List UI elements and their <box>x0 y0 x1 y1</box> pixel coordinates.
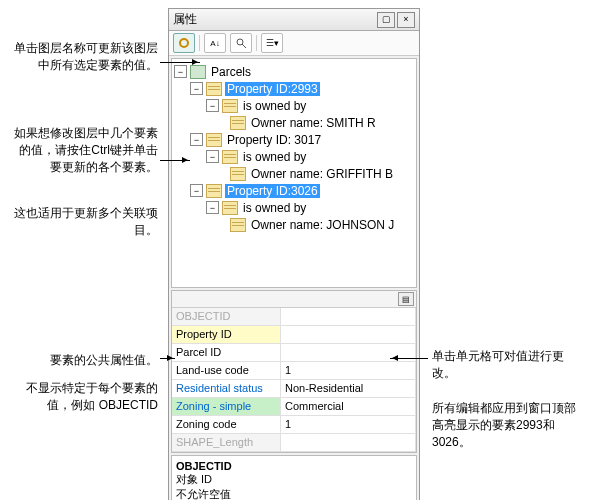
arrow-icon <box>160 62 200 63</box>
grid-row[interactable]: Property ID <box>172 326 416 344</box>
desc-heading: OBJECTID <box>176 460 412 472</box>
field-value-cell[interactable]: 1 <box>281 416 416 433</box>
relation-icon <box>222 99 238 113</box>
field-value-cell[interactable]: Commercial <box>281 398 416 415</box>
collapse-icon[interactable]: − <box>206 150 219 163</box>
field-value-cell[interactable]: Non-Residential <box>281 380 416 397</box>
attribute-grid: ▤ OBJECTIDProperty IDParcel IDLand-use c… <box>171 290 417 453</box>
collapse-icon[interactable]: − <box>206 99 219 112</box>
pin-button[interactable]: ▢ <box>377 12 395 28</box>
field-value-cell[interactable]: 1 <box>281 362 416 379</box>
grid-row[interactable]: Zoning code1 <box>172 416 416 434</box>
list-tool[interactable]: ☰▾ <box>261 33 283 53</box>
field-name-cell[interactable]: Zoning code <box>172 416 281 433</box>
layer-icon <box>190 65 206 79</box>
field-name-cell[interactable]: Zoning - simple <box>172 398 281 415</box>
annotation: 不显示特定于每个要素的值，例如 OBJECTID <box>8 380 158 414</box>
grid-row[interactable]: Land-use code1 <box>172 362 416 380</box>
field-name-cell[interactable]: OBJECTID <box>172 308 281 325</box>
grid-row[interactable]: SHAPE_Length <box>172 434 416 452</box>
annotation: 所有编辑都应用到窗口顶部高亮显示的要素2993和3026。 <box>432 400 582 451</box>
record-icon <box>230 218 246 232</box>
owner-label[interactable]: Owner name: GRIFFITH B <box>249 167 395 181</box>
collapse-icon[interactable]: − <box>190 133 203 146</box>
grid-row[interactable]: Residential statusNon-Residential <box>172 380 416 398</box>
relation-label[interactable]: is owned by <box>241 150 308 164</box>
field-name-cell[interactable]: Land-use code <box>172 362 281 379</box>
identify-tool[interactable] <box>173 33 195 53</box>
arrow-icon <box>390 358 428 359</box>
relation-icon <box>222 201 238 215</box>
panel-title: 属性 <box>173 11 375 28</box>
feature-icon <box>206 184 222 198</box>
separator <box>256 35 257 51</box>
feature-tree[interactable]: −Parcels −Property ID:2993 −is owned by … <box>171 58 417 288</box>
desc-line: 对象 ID <box>176 472 412 487</box>
titlebar: 属性 ▢ × <box>169 9 419 31</box>
desc-line: 不允许空值 <box>176 487 412 500</box>
attributes-panel: 属性 ▢ × A↓ ☰▾ −Parcels −Property ID:2993 … <box>168 8 420 500</box>
feature-icon <box>206 82 222 96</box>
arrow-icon <box>160 160 190 161</box>
grid-row[interactable]: OBJECTID <box>172 308 416 326</box>
zoom-tool[interactable] <box>230 33 252 53</box>
separator <box>199 35 200 51</box>
record-icon <box>230 167 246 181</box>
owner-label[interactable]: Owner name: JOHNSON J <box>249 218 396 232</box>
field-description: OBJECTID 对象 ID 不允许空值 <box>171 455 417 500</box>
field-value-cell[interactable] <box>281 308 416 325</box>
feature-selected[interactable]: Property ID:2993 <box>225 82 320 96</box>
annotation: 如果想修改图层中几个要素的值，请按住Ctrl键并单击要更新的各个要素。 <box>8 125 158 176</box>
record-icon <box>230 116 246 130</box>
arrow-icon <box>160 358 175 359</box>
annotation: 这也适用于更新多个关联项目。 <box>8 205 158 239</box>
grid-options-button[interactable]: ▤ <box>398 292 414 306</box>
field-name-cell[interactable]: Residential status <box>172 380 281 397</box>
grid-row[interactable]: Zoning - simpleCommercial <box>172 398 416 416</box>
field-value-cell[interactable] <box>281 434 416 451</box>
grid-row[interactable]: Parcel ID <box>172 344 416 362</box>
collapse-icon[interactable]: − <box>174 65 187 78</box>
collapse-icon[interactable]: − <box>190 184 203 197</box>
feature-icon <box>206 133 222 147</box>
close-button[interactable]: × <box>397 12 415 28</box>
field-value-cell[interactable] <box>281 326 416 343</box>
svg-point-0 <box>180 39 188 47</box>
annotation: 要素的公共属性值。 <box>8 352 158 369</box>
svg-line-2 <box>242 44 246 48</box>
annotation: 单击图层名称可更新该图层中所有选定要素的值。 <box>8 40 158 74</box>
owner-label[interactable]: Owner name: SMITH R <box>249 116 378 130</box>
collapse-icon[interactable]: − <box>206 201 219 214</box>
feature-label[interactable]: Property ID: 3017 <box>225 133 323 147</box>
field-name-cell[interactable]: Property ID <box>172 326 281 343</box>
annotation: 单击单元格可对值进行更改。 <box>432 348 582 382</box>
feature-selected[interactable]: Property ID:3026 <box>225 184 320 198</box>
relation-label[interactable]: is owned by <box>241 201 308 215</box>
sort-tool[interactable]: A↓ <box>204 33 226 53</box>
collapse-icon[interactable]: − <box>190 82 203 95</box>
relation-icon <box>222 150 238 164</box>
field-name-cell[interactable]: Parcel ID <box>172 344 281 361</box>
layer-name[interactable]: Parcels <box>209 65 253 79</box>
field-name-cell[interactable]: SHAPE_Length <box>172 434 281 451</box>
relation-label[interactable]: is owned by <box>241 99 308 113</box>
toolbar: A↓ ☰▾ <box>169 31 419 56</box>
